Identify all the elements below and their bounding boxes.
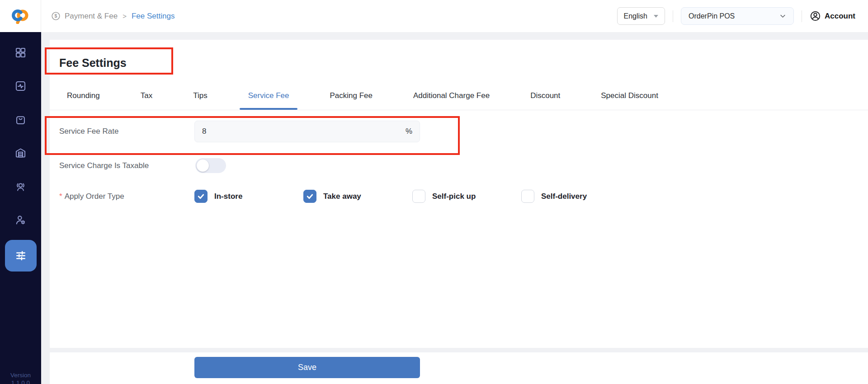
option-label: Self-delivery bbox=[541, 192, 587, 201]
sidebar-item-inventory[interactable] bbox=[0, 144, 41, 162]
sidebar-item-staff[interactable] bbox=[0, 177, 41, 195]
tab-discount[interactable]: Discount bbox=[530, 81, 560, 110]
breadcrumb-section[interactable]: Payment & Fee bbox=[65, 12, 118, 21]
version-info: Version 1.1.0.0 bbox=[0, 371, 41, 384]
caret-down-icon bbox=[654, 15, 658, 18]
checkbox-in-store[interactable] bbox=[194, 190, 208, 203]
version-label: Version bbox=[0, 371, 41, 379]
warehouse-icon bbox=[14, 147, 27, 159]
sliders-icon bbox=[14, 249, 28, 262]
required-marker: * bbox=[59, 192, 62, 201]
order-type-options: In-store Take away Self-pick up bbox=[194, 190, 630, 203]
percent-suffix: % bbox=[406, 127, 412, 136]
order-type-option[interactable]: Take away bbox=[303, 190, 412, 203]
user-settings-icon bbox=[14, 214, 27, 226]
apply-order-type-row: *Apply Order Type In-store Take away bbox=[50, 189, 868, 203]
tab-additional-charge-fee[interactable]: Additional Charge Fee bbox=[413, 81, 490, 110]
save-button[interactable]: Save bbox=[194, 357, 420, 378]
divider bbox=[673, 10, 673, 22]
service-charge-taxable-label: Service Charge Is Taxable bbox=[59, 161, 194, 170]
language-selector[interactable]: English bbox=[617, 7, 665, 25]
store-selector[interactable]: OrderPin POS bbox=[681, 7, 794, 25]
language-selector-value: English bbox=[624, 12, 647, 20]
shopping-bag-icon bbox=[14, 113, 27, 126]
apply-order-type-label: *Apply Order Type bbox=[59, 192, 194, 201]
dashboard-grid-icon bbox=[14, 47, 27, 59]
toggle-knob bbox=[197, 159, 209, 172]
option-label: In-store bbox=[214, 192, 242, 201]
top-bar: $ Payment & Fee > Fee Settings English O… bbox=[0, 0, 868, 32]
divider bbox=[802, 10, 802, 22]
version-number: 1.1.0.0 bbox=[0, 379, 41, 384]
app-logo[interactable] bbox=[0, 0, 41, 32]
checkbox-self-delivery[interactable] bbox=[521, 190, 534, 203]
service-charge-taxable-row: Service Charge Is Taxable bbox=[50, 158, 868, 173]
tab-packing-fee[interactable]: Packing Fee bbox=[330, 81, 373, 110]
chevron-down-icon bbox=[779, 13, 786, 19]
fee-settings-panel: Fee Settings Rounding Tax Tips Service F… bbox=[50, 40, 868, 348]
service-fee-rate-input[interactable] bbox=[202, 127, 406, 136]
breadcrumb-current[interactable]: Fee Settings bbox=[132, 12, 175, 21]
sidebar-item-orders[interactable] bbox=[0, 110, 41, 128]
service-charge-taxable-toggle[interactable] bbox=[195, 158, 226, 173]
checkbox-self-pick-up[interactable] bbox=[412, 190, 425, 203]
tab-tax[interactable]: Tax bbox=[141, 81, 152, 110]
topbar-controls: English OrderPin POS Account bbox=[617, 7, 855, 25]
tab-tips[interactable]: Tips bbox=[193, 81, 208, 110]
sidebar-item-dashboard[interactable] bbox=[0, 43, 41, 61]
option-label: Take away bbox=[323, 192, 361, 201]
service-fee-rate-field: % bbox=[194, 121, 420, 142]
breadcrumb-separator-icon: > bbox=[122, 12, 127, 20]
activity-monitor-icon bbox=[14, 80, 27, 92]
order-type-option[interactable]: In-store bbox=[194, 190, 303, 203]
tab-rounding[interactable]: Rounding bbox=[67, 81, 100, 110]
dollar-circle-icon: $ bbox=[51, 11, 61, 21]
fee-tabs: Rounding Tax Tips Service Fee Packing Fe… bbox=[50, 81, 868, 110]
store-selector-value: OrderPin POS bbox=[689, 12, 735, 20]
order-type-option[interactable]: Self-pick up bbox=[412, 190, 521, 203]
user-circle-icon bbox=[810, 10, 821, 22]
check-icon bbox=[197, 192, 205, 200]
order-type-option[interactable]: Self-delivery bbox=[521, 190, 630, 203]
sidebar-nav: Version 1.1.0.0 bbox=[0, 32, 41, 384]
orderpin-logo-icon bbox=[10, 9, 31, 24]
tab-service-fee[interactable]: Service Fee bbox=[248, 81, 289, 110]
account-label: Account bbox=[825, 12, 855, 21]
checkbox-take-away[interactable] bbox=[303, 190, 316, 203]
sidebar-item-members[interactable] bbox=[0, 211, 41, 229]
option-label: Self-pick up bbox=[432, 192, 476, 201]
main-area: Fee Settings Rounding Tax Tips Service F… bbox=[41, 32, 868, 384]
account-menu[interactable]: Account bbox=[810, 10, 855, 22]
service-fee-rate-label: Service Fee Rate bbox=[59, 127, 194, 136]
sidebar-item-settings[interactable] bbox=[5, 240, 37, 272]
team-icon bbox=[14, 180, 27, 192]
check-icon bbox=[306, 192, 314, 200]
save-footer: Save bbox=[50, 352, 868, 384]
sidebar-item-reports[interactable] bbox=[0, 77, 41, 95]
tab-special-discount[interactable]: Special Discount bbox=[601, 81, 658, 110]
breadcrumb: $ Payment & Fee > Fee Settings bbox=[51, 11, 175, 21]
page-title: Fee Settings bbox=[59, 56, 868, 70]
service-fee-rate-row: Service Fee Rate % bbox=[50, 121, 868, 142]
svg-text:$: $ bbox=[55, 13, 57, 19]
